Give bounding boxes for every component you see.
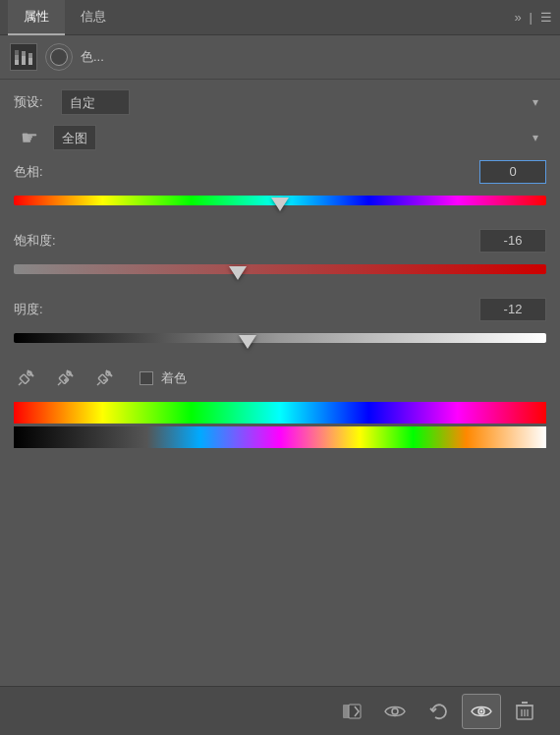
light-value[interactable]: -12	[479, 298, 546, 321]
svg-rect-4	[22, 51, 26, 56]
colorize-checkbox[interactable]	[140, 371, 153, 385]
eyedropper-sub-icon[interactable]	[92, 367, 116, 390]
levels-icon[interactable]	[10, 43, 37, 71]
tool-header: 色...	[0, 35, 560, 80]
bottom-toolbar	[0, 686, 560, 735]
svg-line-14	[58, 382, 61, 385]
light-row: 明度: -12	[14, 298, 546, 321]
light-thumb[interactable]	[239, 335, 256, 349]
reset-button[interactable]	[419, 694, 458, 729]
svg-rect-0	[15, 60, 19, 65]
svg-line-10	[19, 382, 22, 385]
light-section: 明度: -12	[14, 298, 546, 353]
eyedropper-icon[interactable]	[14, 367, 37, 390]
delete-button[interactable]	[505, 694, 544, 729]
sat-track	[14, 264, 546, 274]
hue-thumb[interactable]	[271, 198, 289, 211]
main-content: 预设: 自定 默认值 强饱和度 弱饱和度 ☛ 全图 红色 黄色 绿色 青色 蓝色…	[0, 80, 560, 466]
hue-section: 色相: 0	[14, 160, 546, 215]
svg-point-26	[480, 709, 483, 712]
sat-row: 饱和度: -16	[14, 229, 546, 253]
sat-value[interactable]: -16	[479, 229, 546, 253]
hue-row: 色相: 0	[14, 160, 546, 184]
dark-strip	[14, 426, 546, 448]
sat-section: 饱和度: -16	[14, 229, 546, 284]
sat-thumb[interactable]	[229, 266, 247, 280]
hue-value[interactable]: 0	[479, 160, 546, 184]
sat-track-container[interactable]	[14, 256, 546, 284]
divider: |	[530, 10, 532, 25]
channel-row: ☛ 全图 红色 黄色 绿色 青色 蓝色 洋红	[14, 125, 546, 150]
circle-icon[interactable]	[45, 43, 73, 71]
circle-inner	[50, 48, 68, 66]
preview-button[interactable]	[462, 694, 501, 729]
colorize-label: 着色	[161, 369, 187, 387]
channel-select[interactable]: 全图 红色 黄色 绿色 青色 蓝色 洋红	[53, 125, 96, 150]
tab-bar: 属性 信息 » | ☰	[0, 0, 560, 35]
svg-rect-3	[22, 56, 26, 65]
visibility-button[interactable]	[375, 694, 415, 729]
tool-label: 色...	[81, 48, 104, 66]
light-label: 明度:	[14, 301, 43, 318]
channel-select-wrapper: 全图 红色 黄色 绿色 青色 蓝色 洋红	[53, 125, 546, 150]
expand-icon[interactable]: »	[514, 10, 521, 25]
preset-label: 预设:	[14, 93, 53, 111]
sat-label: 饱和度:	[14, 232, 56, 250]
svg-rect-1	[15, 55, 19, 60]
svg-rect-2	[15, 50, 19, 55]
light-track	[14, 333, 546, 343]
hue-strip	[14, 402, 546, 424]
preset-select[interactable]: 自定 默认值 强饱和度 弱饱和度	[61, 89, 130, 115]
hue-label: 色相:	[14, 163, 43, 181]
preset-select-wrapper: 自定 默认值 强饱和度 弱饱和度	[61, 89, 546, 115]
hue-track-container[interactable]	[14, 188, 546, 215]
menu-icon[interactable]: ☰	[540, 10, 552, 25]
svg-rect-6	[28, 53, 32, 58]
svg-point-24	[392, 708, 398, 714]
eyedropper-add-icon[interactable]	[53, 367, 77, 390]
eyedropper-row: 着色	[14, 367, 546, 390]
add-mask-button[interactable]	[332, 694, 371, 729]
preset-row: 预设: 自定 默认值 强饱和度 弱饱和度	[14, 89, 546, 115]
hand-icon[interactable]: ☛	[21, 126, 38, 149]
light-track-container[interactable]	[14, 325, 546, 353]
tab-info[interactable]: 信息	[65, 0, 122, 35]
tab-properties[interactable]: 属性	[8, 0, 65, 35]
svg-line-20	[97, 382, 100, 385]
svg-rect-5	[28, 58, 32, 65]
color-strips	[14, 402, 546, 448]
colorize-row: 着色	[140, 369, 187, 387]
